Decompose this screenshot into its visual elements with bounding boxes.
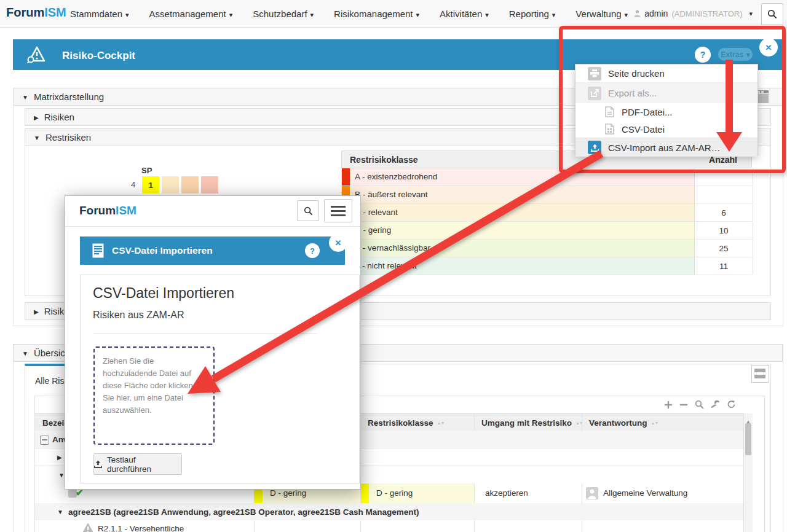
- restrisiko-row-f[interactable]: F - nicht relevant 11: [341, 257, 752, 275]
- restrisiko-row-c[interactable]: C - relevant 6: [341, 204, 752, 222]
- testlauf-button-label: Testlauf durchführen: [107, 455, 181, 474]
- col-umgang-mit-restrisiko[interactable]: Umgang mit Restrisiko: [481, 418, 583, 428]
- remove-icon[interactable]: [679, 401, 688, 409]
- menu-item-label: Export als...: [608, 88, 657, 98]
- extras-button[interactable]: Extras: [718, 48, 753, 61]
- refresh-icon[interactable]: [727, 400, 736, 409]
- upload-icon: [94, 460, 102, 468]
- user-name: admin: [644, 9, 668, 18]
- matrix-cell-4[interactable]: [201, 176, 218, 194]
- testlauf-button[interactable]: Testlauf durchführen: [93, 453, 182, 475]
- matrix-cell-3[interactable]: [181, 176, 199, 194]
- column-divider: [474, 414, 475, 431]
- class-count: 10: [694, 222, 753, 239]
- list-view-toggle[interactable]: [751, 365, 769, 383]
- matrix-axis-label: SP: [141, 166, 152, 175]
- search-icon: [304, 206, 313, 216]
- col-restrisikoklasse[interactable]: Restrisikoklasse: [368, 418, 444, 428]
- class-label: A - existenzbedrohend: [355, 172, 437, 181]
- menu-aktivitaeten[interactable]: Aktivitäten: [440, 9, 489, 19]
- menu-verwaltung[interactable]: Verwaltung: [575, 9, 628, 19]
- modal-bar-title: CSV-Datei Importieren: [112, 245, 213, 256]
- column-divider: [474, 483, 475, 503]
- menu-reporting[interactable]: Reporting: [509, 9, 556, 19]
- restrisiko-row-a[interactable]: A - existenzbedrohend: [341, 168, 752, 186]
- forumism-app: ForumISM Stammdaten Assetmanagement Schu…: [0, 0, 787, 532]
- table-scrollbar[interactable]: [743, 413, 753, 532]
- class-count: [694, 168, 753, 186]
- menu-item-csv-import-zam-ar[interactable]: CSV-Import aus ZAM-AR…: [575, 138, 757, 157]
- class-count: 6: [694, 204, 753, 221]
- restrisiko-row-b[interactable]: B - äußerst relevant: [341, 186, 752, 204]
- table-group-row-agree21sb[interactable]: agree21SB (agree21SB Anwendung, agree21S…: [35, 503, 743, 521]
- modal-close-button[interactable]: [329, 233, 347, 252]
- collapse-caret-icon[interactable]: [57, 507, 69, 517]
- restrisiko-row-d[interactable]: D - gering 10: [341, 222, 752, 240]
- help-button[interactable]: [695, 47, 711, 63]
- user-role: (ADMINISTRATOR): [671, 9, 742, 18]
- menu-item-export-als[interactable]: Export als...: [575, 83, 757, 103]
- menu-schutzbedarf[interactable]: Schutzbedarf: [253, 9, 314, 19]
- menu-item-pdf-datei[interactable]: PDF-Datei...: [575, 103, 757, 120]
- add-icon[interactable]: [664, 401, 673, 409]
- pdf-file-icon: [605, 106, 614, 117]
- csv-file-icon: [605, 123, 614, 135]
- class-label: E - vernachlässigbar: [355, 243, 430, 252]
- scrollbar-thumb[interactable]: [745, 423, 751, 455]
- logo-part2: ISM: [44, 6, 66, 19]
- matrix-row-label: 4: [131, 180, 135, 189]
- group-label: agree21SB (agree21SB Anwendung, agree21S…: [68, 507, 419, 517]
- menu-item-seite-drucken[interactable]: Seite drucken: [575, 65, 757, 83]
- user-menu[interactable]: admin (ADMINISTRATOR): [634, 0, 753, 27]
- person-icon: [586, 487, 598, 499]
- modal-help-button[interactable]: [305, 243, 320, 258]
- main-menu: Stammdaten Assetmanagement Schutzbedarf …: [70, 0, 628, 27]
- class-label: F - nicht relevant: [355, 261, 417, 270]
- column-divider: [360, 520, 361, 532]
- warning-icon: [82, 523, 94, 532]
- column-divider: [582, 483, 582, 503]
- global-search-button[interactable]: [761, 3, 783, 25]
- modal-title-bar: CSV-Datei Importieren: [80, 237, 345, 265]
- modal-search-button[interactable]: [297, 200, 319, 221]
- top-navbar: ForumISM Stammdaten Assetmanagement Schu…: [0, 0, 787, 28]
- col-verantwortung[interactable]: Verantwortung: [589, 418, 658, 428]
- page-title: Risiko-Cockpit: [62, 50, 135, 62]
- export-icon: [588, 87, 601, 100]
- list-bar-icon: [754, 369, 765, 372]
- collapse-minus-icon[interactable]: [40, 435, 49, 446]
- app-logo[interactable]: ForumISM: [6, 6, 66, 20]
- menu-stammdaten[interactable]: Stammdaten: [70, 9, 129, 19]
- close-page-button[interactable]: [759, 38, 778, 57]
- class-count: 25: [694, 240, 753, 257]
- extras-dropdown-menu: Seite drucken Export als... PDF-Datei...…: [575, 64, 758, 156]
- file-dropzone[interactable]: Ziehen Sie die hochzuladende Datei auf d…: [93, 346, 215, 445]
- modal-divider: [93, 334, 317, 334]
- menu-item-label: CSV-Import aus ZAM-AR…: [608, 143, 721, 153]
- modal-logo: ForumISM: [79, 204, 136, 217]
- modal-menu-button[interactable]: [324, 199, 352, 222]
- risiko-cockpit-icon: [27, 46, 45, 63]
- modal-header-divider: [65, 226, 360, 227]
- restrisikoklasse-value: D - gering: [376, 488, 413, 498]
- menu-item-label: PDF-Datei...: [622, 107, 673, 117]
- risk-id-label: R2.1.1 - Versehentliche: [98, 524, 184, 532]
- logo-part2: ISM: [116, 204, 136, 217]
- class-color-bar: [342, 168, 350, 186]
- matrix-cell-1[interactable]: 1: [142, 176, 159, 194]
- table-row-r211[interactable]: R2.1.1 - Versehentliche: [35, 520, 743, 532]
- settings-wrench-icon[interactable]: [711, 400, 720, 409]
- class-label: C - relevant: [355, 208, 398, 217]
- matrix-cell-2[interactable]: [162, 176, 179, 194]
- search-table-icon[interactable]: [695, 400, 704, 409]
- restrisiko-row-e[interactable]: E - vernachlässigbar 25: [341, 240, 752, 257]
- csv-import-modal: ForumISM CSV-Datei Importieren CSV-Datei…: [65, 195, 361, 490]
- modal-subheading: Risiken aus ZAM-AR: [93, 310, 184, 321]
- section-risiken-label: Risiken: [34, 112, 74, 122]
- column-divider: [474, 520, 475, 532]
- menu-item-csv-datei[interactable]: CSV-Datei: [575, 120, 757, 138]
- menu-risikomanagement[interactable]: Risikomanagement: [334, 9, 419, 19]
- menu-assetmanagement[interactable]: Assetmanagement: [149, 9, 233, 19]
- logo-part1: Forum: [79, 204, 116, 217]
- search-icon: [767, 9, 777, 19]
